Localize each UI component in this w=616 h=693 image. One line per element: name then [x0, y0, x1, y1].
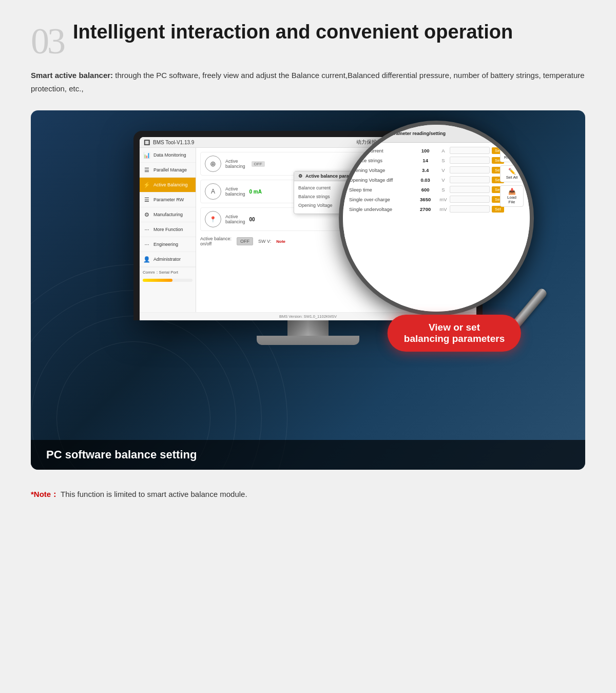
mag-input-6[interactable]: [450, 196, 490, 203]
progress-fill: [143, 279, 172, 282]
sidebar-label-parameter-rw: Parameter RW: [153, 197, 184, 202]
description-text: through the PC software, freely view and…: [31, 71, 585, 93]
read-all-btn-label: Read All: [504, 155, 520, 160]
mag-input-5[interactable]: [450, 186, 490, 193]
param-settings-icon: ⚙: [298, 174, 302, 179]
read-all-label: Read All: [505, 133, 522, 138]
engineering-icon: ···: [143, 241, 151, 248]
magnifier-container: ⚙ Active balance parameter reading/setti…: [339, 121, 570, 357]
load-file-action-btn[interactable]: 📥 Load File: [500, 185, 524, 207]
mag-input-7[interactable]: [450, 205, 490, 213]
mag-row-1: Balance current 100 A Set: [349, 147, 504, 154]
mag-input-3[interactable]: [450, 166, 490, 174]
sidebar-item-manufacturing[interactable]: ⚙ Manufacturing: [140, 207, 196, 222]
sidebar-label-administrator: Administrator: [153, 257, 181, 262]
bal-label-1b: balancing: [225, 164, 245, 169]
mag-val-4: 0.03: [414, 177, 437, 183]
bal-icon-1: ⊕: [205, 156, 221, 172]
bal-label-3b: balancing: [225, 219, 245, 224]
sidebar-item-administrator[interactable]: 👤 Administrator: [140, 252, 196, 267]
mag-settings-icon: ⚙: [348, 131, 352, 136]
sidebar-label-active-balancing: Active Balancing: [153, 182, 188, 187]
sidebar-label-more-function: More Function: [153, 227, 183, 232]
sidebar-label-data-monitoring: Data Monitoring: [153, 152, 186, 158]
bal-label-1: Active: [225, 159, 245, 164]
read-all-btn-mag[interactable]: 🔍 Read All: [502, 127, 525, 140]
sidebar-label-parallel-manage: Parallel Manage: [153, 167, 187, 172]
mag-label-3: Opening Voltage: [349, 167, 414, 173]
comm-row: Comm：Serial Port: [140, 267, 196, 277]
mag-unit-1: A: [437, 148, 450, 153]
sidebar-label-engineering: Engineering: [153, 242, 178, 247]
mag-label-6: Single over-charge: [349, 197, 414, 202]
caption-text: PC software balance setting: [46, 448, 197, 461]
active-balancing-icon: ⚡: [143, 181, 151, 188]
note-text: This function is limited to smart active…: [61, 490, 247, 498]
mag-label-7: Single undervoltage: [349, 206, 414, 212]
bubble-line1: View or set: [404, 322, 505, 333]
bubble-line2: balancing parameters: [404, 333, 505, 344]
view-set-bubble: View or set balancing parameters: [388, 315, 521, 352]
data-monitoring-icon: 📊: [143, 151, 151, 159]
bal-icon-2: A: [205, 183, 221, 200]
mag-unit-3: V: [437, 167, 450, 173]
note-section: *Note： This function is limited to smart…: [31, 488, 585, 500]
mag-row-7: Single undervoltage 2700 mV Set: [349, 205, 504, 213]
mag-action-btns: 🔍 Read All ✏️ Set All 📥 Load File: [500, 145, 524, 207]
administrator-icon: 👤: [143, 256, 151, 263]
sidebar-label-manufacturing: Manufacturing: [153, 212, 183, 217]
mag-row-5: Sleep time 600 S Set: [349, 186, 504, 193]
sidebar-item-parallel-manage[interactable]: ☰ Parallel Manage: [140, 163, 196, 178]
off-button[interactable]: OFF: [237, 237, 253, 245]
load-file-icon: 📥: [504, 188, 520, 195]
mag-label-4: Opening Voltage diff: [349, 177, 414, 183]
sidebar-item-parameter-rw[interactable]: ☰ Parameter RW: [140, 192, 196, 207]
mag-row-2: Balance strings 14 S Set: [349, 157, 504, 164]
mag-unit-7: mV: [437, 206, 450, 212]
bal-label-2b: balancing: [225, 191, 245, 197]
mag-header: ⚙ Active balance parameter reading/setti…: [343, 125, 530, 143]
read-all-icon: 🔍: [505, 129, 522, 133]
page-title: Intelligent interaction and convenient o…: [73, 21, 585, 44]
set-all-action-btn[interactable]: ✏️ Set All: [500, 165, 524, 182]
manufacturing-icon: ⚙: [143, 211, 151, 218]
mag-panel-title: Active balance parameter reading/setting: [355, 131, 446, 136]
caption-bar: PC software balance setting: [31, 440, 585, 470]
mag-label-2: Balance strings: [349, 158, 414, 163]
mag-input-4[interactable]: [450, 176, 490, 183]
sidebar-item-data-monitoring[interactable]: 📊 Data Monitoring: [140, 148, 196, 163]
note-text-small: Note: [276, 239, 285, 244]
mag-row-4: Opening Voltage diff 0.03 V Set: [349, 176, 504, 183]
mag-label-1: Balance current: [349, 148, 414, 153]
magnifier-circle-wrapper: ⚙ Active balance parameter reading/setti…: [339, 121, 534, 316]
bms-title: BMS Tool-V1.13.9: [153, 140, 194, 145]
magnified-content: ⚙ Active balance parameter reading/setti…: [343, 125, 530, 312]
mag-val-7: 2700: [414, 206, 437, 212]
mag-val-5: 600: [414, 187, 437, 192]
parameter-rw-icon: ☰: [143, 196, 151, 203]
read-all-action-btn[interactable]: 🔍 Read All: [500, 145, 524, 162]
bal-icon-3: 📍: [205, 211, 221, 227]
mag-unit-2: S: [437, 158, 450, 163]
description-bold: Smart active balancer:: [31, 71, 113, 80]
description: Smart active balancer: through the PC so…: [31, 69, 585, 95]
mag-row-6: Single over-charge 3650 mV Set: [349, 196, 504, 203]
bal-info-1: Active balancing: [225, 159, 245, 169]
header-text: Intelligent interaction and convenient o…: [73, 21, 585, 44]
sidebar-item-engineering[interactable]: ··· Engineering: [140, 237, 196, 252]
load-file-btn-label: Load File: [504, 195, 520, 204]
magnifier-lens: ⚙ Active balance parameter reading/setti…: [339, 121, 534, 316]
mag-label-5: Sleep time: [349, 187, 414, 192]
main-image-container: 🔲 BMS Tool-V1.13.9 动力保护板 Refresh Comm Se…: [31, 110, 585, 470]
read-all-icon-btn: 🔍: [504, 148, 520, 155]
mag-input-2[interactable]: [450, 157, 490, 164]
sidebar-item-active-balancing[interactable]: ⚡ Active Balancing: [140, 178, 196, 192]
more-function-icon: ···: [143, 226, 151, 233]
bms-icon: 🔲: [144, 140, 150, 145]
mag-input-1[interactable]: [450, 147, 490, 154]
sidebar-item-more-function[interactable]: ··· More Function: [140, 222, 196, 237]
mag-row-3: Opening Voltage 3.4 V Set: [349, 166, 504, 174]
header-section: 03 Intelligent interaction and convenien…: [31, 21, 585, 60]
set-all-icon: ✏️: [504, 168, 520, 175]
bms-sidebar: 📊 Data Monitoring ☰ Parallel Manage ⚡ Ac…: [140, 148, 196, 312]
